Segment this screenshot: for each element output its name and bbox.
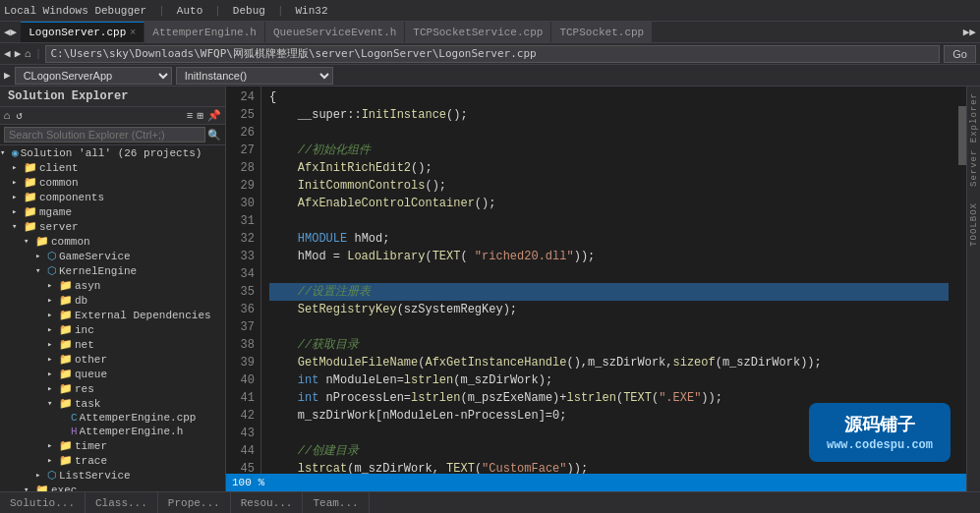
- line-number: 27: [226, 142, 255, 159]
- tree-arrow[interactable]: ▸: [47, 324, 59, 335]
- bottom-tab-1[interactable]: Class...: [86, 492, 158, 513]
- tab-TCPSocketcpp[interactable]: TCPSocket.cpp: [551, 22, 653, 42]
- tree-item[interactable]: ▸📁other: [0, 352, 225, 367]
- bottom-tab-4[interactable]: Team...: [303, 492, 369, 513]
- tree-arrow[interactable]: ▸: [47, 280, 59, 291]
- toolbox-label[interactable]: TOOLBOX: [969, 202, 979, 247]
- tree-arrow[interactable]: ▸: [47, 455, 59, 466]
- tab-scroll-left[interactable]: ◀▶: [0, 22, 21, 42]
- line-number: 41: [226, 389, 255, 407]
- tree-item[interactable]: ▸📁common: [0, 175, 225, 190]
- se-tree[interactable]: ▾◉Solution 'all' (26 projects)▸📁client▸📁…: [0, 145, 225, 491]
- server-explorer-label[interactable]: Server Explorer: [969, 92, 979, 187]
- tree-arrow[interactable]: ▸: [47, 354, 59, 365]
- tree-item[interactable]: ▸📁db: [0, 293, 225, 308]
- tree-arrow[interactable]: ▸: [12, 206, 24, 217]
- tab-close-icon[interactable]: ×: [130, 28, 136, 38]
- nav-forward-icon[interactable]: ▶: [15, 47, 22, 60]
- tree-arrow[interactable]: ▸: [47, 339, 59, 350]
- tree-item[interactable]: ▸📁net: [0, 337, 225, 352]
- tab-LogonServercpp[interactable]: LogonServer.cpp ×: [21, 22, 144, 42]
- tree-item[interactable]: CAttemperEngine.cpp: [0, 411, 225, 425]
- tree-item[interactable]: ▸📁queue: [0, 367, 225, 381]
- class-dropdown[interactable]: CLogonServerApp: [15, 67, 172, 85]
- se-refresh-icon[interactable]: ↺: [17, 109, 24, 122]
- tree-item-label: common: [51, 236, 225, 248]
- tree-arrow[interactable]: ▾: [0, 147, 12, 158]
- code-line: //获取目录: [269, 336, 949, 354]
- vscroll[interactable]: [956, 86, 966, 474]
- tree-item-label: task: [75, 398, 225, 410]
- go-button[interactable]: Go: [944, 45, 976, 63]
- tree-arrow[interactable]: ▸: [12, 192, 24, 202]
- se-header: Solution Explorer: [0, 86, 225, 107]
- tree-arrow[interactable]: ▸: [47, 369, 59, 379]
- bottom-tab-3[interactable]: Resou...: [231, 492, 304, 513]
- tree-item[interactable]: HAttemperEngine.h: [0, 425, 225, 438]
- bottom-tab-0[interactable]: Solutio...: [0, 492, 86, 513]
- tree-arrow[interactable]: ▸: [47, 295, 59, 306]
- tree-arrow[interactable]: ▾: [35, 265, 47, 276]
- tree-item[interactable]: ▸📁asyn: [0, 278, 225, 293]
- code-line: [269, 265, 949, 283]
- se-search-input[interactable]: [4, 127, 205, 142]
- tree-item[interactable]: ▸📁inc: [0, 322, 225, 337]
- bottom-tab-2[interactable]: Prope...: [158, 492, 231, 513]
- tree-item[interactable]: ▸⬡GameService: [0, 249, 225, 263]
- tree-item-label: server: [39, 221, 225, 233]
- tree-item[interactable]: ▾⬡KernelEngine: [0, 263, 225, 278]
- tree-item[interactable]: ▾📁task: [0, 396, 225, 411]
- tree-arrow[interactable]: ▸: [47, 440, 59, 451]
- tree-arrow[interactable]: ▸: [47, 383, 59, 394]
- se-search-icon[interactable]: 🔍: [207, 129, 221, 142]
- tab-TCPSocketServicecpp[interactable]: TCPSocketService.cpp: [405, 22, 551, 42]
- tree-item[interactable]: ▸📁External Dependencies: [0, 308, 225, 322]
- tab-scroll-right[interactable]: ▶▶: [959, 22, 980, 42]
- tabs-container: LogonServer.cpp ×AttemperEngine.hQueueSe…: [21, 22, 959, 42]
- code-line: m_szDirWork[nModuleLen-nProcessLen]=0;: [269, 407, 949, 425]
- tree-item-label: inc: [75, 324, 225, 336]
- tree-item[interactable]: ▸📁res: [0, 381, 225, 396]
- platform-label: Win32: [295, 5, 327, 17]
- tree-item[interactable]: ▾📁server: [0, 219, 225, 234]
- tree-arrow[interactable]: ▾: [24, 484, 35, 491]
- line-number: 29: [226, 177, 255, 195]
- tree-item[interactable]: ▸📁components: [0, 190, 225, 204]
- tree-arrow[interactable]: ▾: [47, 398, 59, 409]
- tree-item-label: exec: [51, 484, 225, 492]
- tree-item[interactable]: ▸⬡ListService: [0, 468, 225, 483]
- nav-back-icon[interactable]: ◀: [4, 47, 11, 60]
- bottom-tabs: Solutio...Class...Prope...Resou...Team..…: [0, 491, 980, 513]
- tab-AttemperEngineh[interactable]: AttemperEngine.h: [144, 22, 265, 42]
- tree-item[interactable]: ▾📁common: [0, 234, 225, 249]
- function-dropdown[interactable]: InitInstance(): [176, 67, 333, 85]
- tree-item[interactable]: ▸📁client: [0, 160, 225, 175]
- tree-arrow[interactable]: ▸: [12, 177, 24, 188]
- se-pin-icon[interactable]: 📌: [207, 109, 221, 122]
- code-line: //设置注册表: [269, 283, 949, 301]
- se-filter-icon[interactable]: ⊞: [197, 109, 203, 122]
- tree-arrow[interactable]: ▾: [12, 221, 24, 232]
- line-number: 26: [226, 124, 255, 142]
- address-input[interactable]: [45, 45, 940, 63]
- tree-item[interactable]: ▸📁trace: [0, 453, 225, 468]
- home-icon[interactable]: ⌂: [25, 48, 31, 60]
- tree-item[interactable]: ▾📁exec: [0, 483, 225, 491]
- se-settings-icon[interactable]: ≡: [187, 110, 194, 122]
- tree-arrow[interactable]: ▸: [35, 251, 47, 261]
- tree-item-label: client: [39, 162, 225, 174]
- code-content[interactable]: 2425262728293031323334353637383940414243…: [226, 86, 966, 474]
- tab-QueueServiceEventh[interactable]: QueueServiceEvent.h: [265, 22, 405, 42]
- se-home-icon[interactable]: ⌂: [4, 110, 11, 122]
- tree-arrow[interactable]: ▾: [24, 236, 35, 247]
- tree-item[interactable]: ▸📁mgame: [0, 204, 225, 219]
- nav-arrow-icon: ▶: [4, 69, 11, 82]
- vscroll-thumb[interactable]: [958, 106, 966, 165]
- tree-item[interactable]: ▸📁timer: [0, 438, 225, 453]
- tree-arrow[interactable]: ▸: [12, 162, 24, 173]
- tree-item[interactable]: ▾◉Solution 'all' (26 projects): [0, 145, 225, 160]
- tree-arrow[interactable]: ▸: [47, 310, 59, 320]
- line-number: 32: [226, 230, 255, 248]
- tree-arrow[interactable]: ▸: [35, 470, 47, 481]
- se-search-bar: 🔍: [0, 125, 225, 145]
